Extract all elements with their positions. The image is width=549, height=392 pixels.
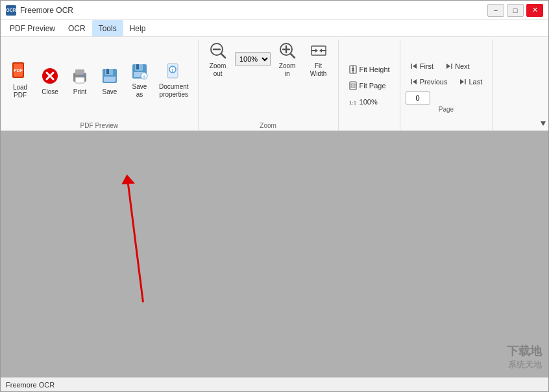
svg-line-53 [128,179,143,302]
first-icon [410,62,418,70]
svg-text:1:1: 1:1 [349,100,357,106]
last-label: Last [469,78,482,86]
zoom-out-label: Zoomout [210,62,226,78]
print-label: Print [73,88,87,95]
svg-marker-45 [446,64,450,69]
window-controls: − □ ✕ [487,4,543,17]
svg-text:PDF: PDF [14,68,23,73]
zoom-select-container: 50% 75% 100% 125% 150% 200% [235,40,271,79]
title-bar-left: OCR Freemore OCR [6,5,73,16]
zoom-select[interactable]: 50% 75% 100% 125% 150% 200% [235,52,271,66]
zoom-out-button[interactable]: Zoomout [204,40,232,79]
first-label: First [420,62,433,70]
previous-label: Previous [420,78,448,86]
svg-marker-34 [319,49,322,53]
next-label: Next [455,62,470,70]
ribbon-group-pdf-preview: PDF LoadPDF Close [1,40,199,130]
previous-button[interactable]: Previous [406,75,452,89]
ribbon-group-page: First Next Previous [400,40,493,130]
svg-rect-7 [75,69,84,75]
watermark: 下载地 系统天地 [507,343,542,371]
fit-width-button[interactable]: FitWidth [304,40,333,79]
zoom-select-wrapper[interactable]: 50% 75% 100% 125% 150% 200% [235,52,271,66]
menu-item-help[interactable]: Help [123,20,152,36]
close-window-button[interactable]: ✕ [526,4,543,17]
content-area: 下载地 系统天地 [1,131,548,377]
svg-rect-8 [75,77,84,83]
fit-page-button[interactable]: Fit Page [344,79,395,93]
title-bar: OCR Freemore OCR − □ ✕ [1,1,548,20]
next-button[interactable]: Next [441,59,474,73]
fit-height-button[interactable]: Fit Height [344,62,395,77]
close-button[interactable]: Close [36,61,64,100]
zoom-in-button[interactable]: Zoomin [273,40,302,79]
watermark-line2: 系统天地 [508,359,542,371]
ribbon-group-zoom: Zoomout 50% 75% 100% 125% 150% 200% [199,40,339,130]
fit-height-icon [348,65,358,74]
document-properties-label: Documentproperties [159,83,189,99]
zoom-in-label: Zoomin [279,62,296,78]
fit-page-label: Fit Page [360,82,386,90]
svg-point-9 [82,74,84,76]
zoom-group-label: Zoom [260,122,276,129]
fit-height-label: Fit Height [360,66,390,73]
save-as-icon: + [129,62,150,81]
svg-marker-51 [541,121,546,126]
svg-marker-49 [460,79,464,84]
zoom-in-icon [277,41,298,60]
zoom-buttons: Zoomout 50% 75% 100% 125% 150% 200% [204,40,333,121]
last-button[interactable]: Last [454,75,487,89]
menu-item-pdf-preview[interactable]: PDF Preview [3,20,62,36]
fit-width-label: FitWidth [310,62,327,78]
menu-item-tools[interactable]: Tools [92,20,123,36]
page-input-container[interactable] [406,92,487,104]
next-icon [445,62,453,70]
svg-rect-16 [136,64,139,69]
pdf-preview-buttons: PDF LoadPDF Close [6,40,193,121]
save-icon [99,66,120,86]
fit-page-icon [348,81,358,90]
arrow-annotation [1,131,548,377]
page-controls: First Next Previous [406,56,487,104]
save-label: Save [103,88,117,95]
load-pdf-label: LoadPDF [13,84,27,99]
page-nav-top-row: First Next [406,59,487,73]
document-properties-button[interactable]: i Documentproperties [155,61,193,100]
print-button[interactable]: Print [66,61,94,100]
minimize-button[interactable]: − [487,4,504,17]
menu-item-ocr[interactable]: OCR [62,20,92,36]
fit-controls: Fit Height Fit Page 1:1 100% [344,58,395,109]
save-as-label: Saveas [132,83,147,99]
previous-icon [410,78,418,86]
ribbon-collapse-button[interactable] [538,40,548,130]
document-properties-icon: i [164,62,184,81]
status-bar: Freemore OCR [1,377,548,391]
close-icon [40,66,60,86]
page-input[interactable] [406,92,430,104]
save-as-button[interactable]: + Saveas [125,61,154,100]
zoom-out-icon [208,41,228,60]
zoom-100-label: 100% [360,98,378,106]
menu-bar: PDF Preview OCR Tools Help [1,20,548,37]
svg-text:i: i [172,67,174,73]
svg-text:+: + [143,75,145,79]
page-nav-bottom-row: Previous Last [406,75,487,89]
fit-width-icon [308,41,329,60]
watermark-line1: 下载地 [507,343,542,359]
save-button[interactable]: Save [95,61,124,100]
maximize-button[interactable]: □ [507,4,524,17]
status-text: Freemore OCR [6,381,55,389]
app-title: Freemore OCR [20,6,73,15]
first-button[interactable]: First [406,59,438,73]
app-icon: OCR [6,5,16,16]
zoom-100-button[interactable]: 1:1 100% [344,95,395,109]
page-group-label: Page [439,106,454,113]
svg-marker-32 [315,49,318,53]
svg-line-25 [221,54,225,58]
zoom-100-icon: 1:1 [348,97,358,106]
svg-rect-12 [106,69,109,74]
svg-marker-48 [413,79,417,84]
print-icon [69,66,90,86]
pdf-preview-group-label: PDF Preview [80,122,118,129]
load-pdf-button[interactable]: PDF LoadPDF [6,61,34,100]
